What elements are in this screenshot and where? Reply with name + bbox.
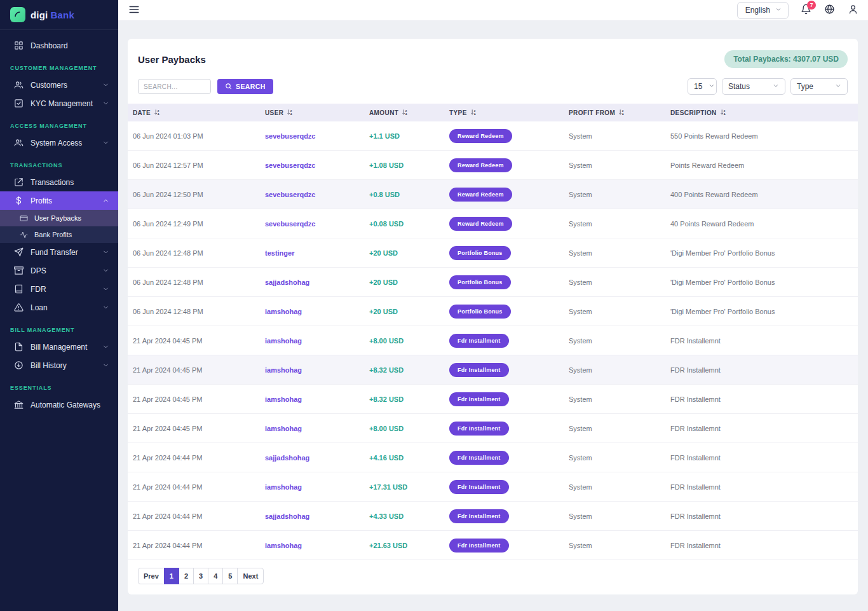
notifications-button[interactable]: 7 <box>799 4 812 17</box>
cell-profit-from: System <box>564 366 665 374</box>
cell-user-link[interactable]: iamshohag <box>260 366 364 374</box>
sidebar-item-label: DPS <box>31 266 46 275</box>
cell-user-link[interactable]: sevebuserqdzc <box>260 191 364 198</box>
menu-toggle-button[interactable] <box>128 3 142 17</box>
cell-date: 06 Jun 2024 12:48 PM <box>128 249 260 257</box>
file-icon <box>14 342 24 352</box>
users-icon <box>14 80 24 90</box>
sidebar-item-bill-history[interactable]: Bill History <box>0 356 118 374</box>
cell-user-link[interactable]: iamshohag <box>260 395 364 403</box>
cell-amount: +1.08 USD <box>364 161 444 169</box>
cell-description: 400 Points Reward Redeem <box>665 191 858 198</box>
activity-icon <box>20 231 28 239</box>
brand-logo[interactable]: digiBank <box>0 0 118 30</box>
sidebar-item-dashboard[interactable]: Dashboard <box>0 36 118 55</box>
sort-icon: ZA <box>402 109 409 117</box>
sidebar-item-fdr[interactable]: FDR <box>0 280 118 298</box>
sidebar-item-customers[interactable]: Customers <box>0 76 118 94</box>
sidebar-section-transactions: TRANSACTIONS <box>0 162 118 168</box>
cell-user-link[interactable]: iamshohag <box>260 337 364 345</box>
pagination-3[interactable]: 3 <box>193 568 208 584</box>
pagination-1[interactable]: 1 <box>164 568 179 584</box>
column-header-profit-from[interactable]: PROFIT FROMZA <box>564 109 665 117</box>
archive-icon <box>14 266 24 275</box>
sidebar-section-access-management: ACCESS MANAGEMENT <box>0 123 118 129</box>
cell-amount: +21.63 USD <box>364 542 444 549</box>
cell-date: 21 Apr 2024 04:44 PM <box>128 483 260 491</box>
sidebar-subitem-user-paybacks[interactable]: User Paybacks <box>0 210 118 226</box>
cell-user-link[interactable]: sevebuserqdzc <box>260 161 364 169</box>
sidebar-subitem-label: Bank Profits <box>34 231 72 238</box>
pagination-5[interactable]: 5 <box>222 568 238 584</box>
search-button[interactable]: SEARCH <box>217 79 273 94</box>
page-title: User Paybacks <box>138 54 206 65</box>
svg-text:A: A <box>723 113 725 116</box>
sidebar-item-automatic-gateways[interactable]: Automatic Gateways <box>0 395 118 414</box>
sidebar-item-label: Profits <box>31 196 52 205</box>
status-filter-select[interactable]: Status <box>722 78 785 95</box>
cell-user-link[interactable]: iamshohag <box>260 542 364 549</box>
svg-text:Z: Z <box>405 109 407 113</box>
pagination-next[interactable]: Next <box>237 568 264 584</box>
sidebar-item-transactions[interactable]: Transactions <box>0 173 118 191</box>
cell-date: 21 Apr 2024 04:45 PM <box>128 425 260 432</box>
cell-user-link[interactable]: sajjadshohag <box>260 278 364 286</box>
type-badge: Reward Redeem <box>449 158 512 172</box>
table-row: 21 Apr 2024 04:45 PM iamshohag +8.00 USD… <box>128 414 858 443</box>
total-paybacks-badge: Total Paybacks: 4307.07 USD <box>724 50 848 68</box>
sidebar-item-dps[interactable]: DPS <box>0 261 118 280</box>
column-header-amount[interactable]: AMOUNTZA <box>364 109 444 117</box>
cell-profit-from: System <box>564 337 665 345</box>
cell-user-link[interactable]: testinger <box>260 249 364 257</box>
cell-profit-from: System <box>564 308 665 315</box>
cell-date: 21 Apr 2024 04:45 PM <box>128 337 260 345</box>
sidebar-subitem-bank-profits[interactable]: Bank Profits <box>0 226 118 243</box>
type-badge: Portfolio Bonus <box>449 275 511 289</box>
book-icon <box>14 284 24 294</box>
cell-description: FDR Installemnt <box>665 337 858 345</box>
table-row: 06 Jun 2024 12:49 PM sevebuserqdzc +0.08… <box>128 209 858 238</box>
cell-user-link[interactable]: sajjadshohag <box>260 454 364 462</box>
pagination-4[interactable]: 4 <box>208 568 223 584</box>
chevron-down-icon <box>102 285 109 292</box>
language-select[interactable]: English <box>737 2 789 19</box>
column-header-date[interactable]: DATEZA <box>128 109 260 117</box>
sidebar-item-system-access[interactable]: System Access <box>0 134 118 152</box>
cell-profit-from: System <box>564 132 665 140</box>
table-row: 21 Apr 2024 04:45 PM iamshohag +8.00 USD… <box>128 326 858 355</box>
sidebar-item-kyc-management[interactable]: KYC Management <box>0 94 118 113</box>
cell-profit-from: System <box>564 454 665 462</box>
cell-user-link[interactable]: iamshohag <box>260 425 364 432</box>
column-header-user[interactable]: USERZA <box>260 109 364 117</box>
type-badge: Fdr Installment <box>449 422 509 436</box>
svg-text:A: A <box>290 113 292 116</box>
cell-date: 21 Apr 2024 04:45 PM <box>128 395 260 403</box>
pagination-2[interactable]: 2 <box>179 568 194 584</box>
sidebar-item-label: Bill Management <box>31 343 87 352</box>
cell-user-link[interactable]: sajjadshohag <box>260 512 364 520</box>
cell-amount: +0.8 USD <box>364 191 444 198</box>
sidebar-item-fund-transfer[interactable]: Fund Transfer <box>0 243 118 261</box>
page-size-select[interactable]: 15 <box>688 78 717 95</box>
svg-text:A: A <box>405 113 407 116</box>
cell-user-link[interactable]: sevebuserqdzc <box>260 220 364 228</box>
sidebar-item-label: System Access <box>31 139 82 148</box>
sort-icon: ZA <box>154 109 161 117</box>
globe-button[interactable] <box>823 4 836 17</box>
cell-user-link[interactable]: sevebuserqdzc <box>260 132 364 140</box>
pagination-prev[interactable]: Prev <box>138 568 165 584</box>
column-header-type[interactable]: TYPEZA <box>444 109 564 117</box>
sidebar-item-profits[interactable]: Profits <box>0 191 118 210</box>
type-badge: Fdr Installment <box>449 392 509 406</box>
type-filter-select[interactable]: Type <box>790 78 848 95</box>
cell-user-link[interactable]: iamshohag <box>260 308 364 315</box>
cell-user-link[interactable]: iamshohag <box>260 483 364 491</box>
search-input[interactable] <box>138 79 211 94</box>
sidebar-item-loan[interactable]: Loan <box>0 298 118 317</box>
chevron-down-icon <box>102 249 109 256</box>
sidebar-item-bill-management[interactable]: Bill Management <box>0 338 118 356</box>
sort-icon: ZA <box>720 109 727 117</box>
table-row: 06 Jun 2024 12:57 PM sevebuserqdzc +1.08… <box>128 151 858 180</box>
column-header-description[interactable]: DESCRIPTIONZA <box>665 109 858 117</box>
profile-button[interactable] <box>846 4 859 17</box>
